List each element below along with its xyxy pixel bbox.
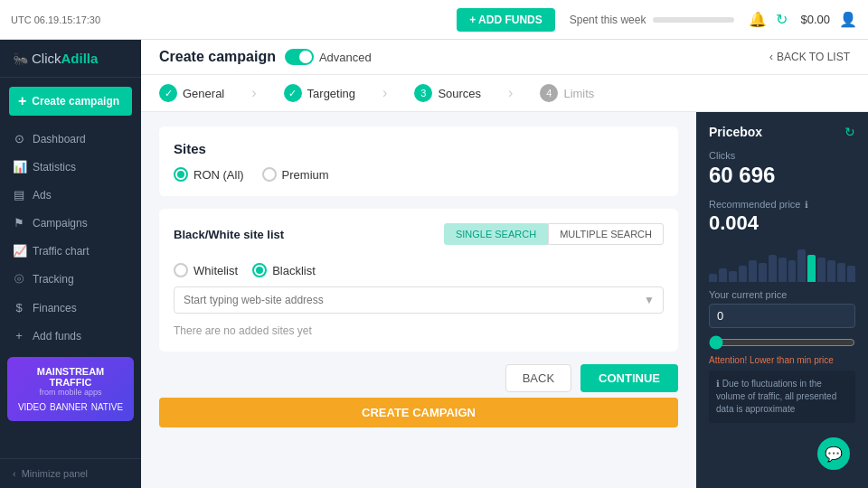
page-title: Create campaign (159, 49, 276, 65)
pricebox: Pricebox ↻ Clicks 60 696 Recommended pri… (696, 112, 868, 488)
minimize-panel-button[interactable]: ‹ Minimize panel (0, 458, 141, 488)
create-campaign-button[interactable]: Create campaign (9, 87, 132, 116)
banner-sub: from mobile apps (14, 388, 127, 397)
dropdown-arrow-icon: ▼ (644, 294, 655, 306)
premium-radio-circle (262, 167, 277, 182)
dashboard-icon: ⊙ (13, 132, 25, 145)
sidebar-label-traffic-chart: Traffic chart (33, 245, 90, 258)
no-sites-message: There are no added sites yet (174, 324, 664, 337)
chart-bar-6 (769, 255, 777, 282)
info-text: Due to fluctuations in the volume of tra… (716, 379, 836, 414)
blacklist-radio[interactable]: Blacklist (252, 263, 316, 277)
tracking-icon: ⦾ (13, 272, 25, 286)
site-search-input[interactable] (174, 286, 664, 314)
step-sep-2: › (382, 85, 387, 101)
create-campaign-submit-button[interactable]: CREATE CAMPAIGN (159, 398, 678, 427)
info-icon: ℹ (716, 379, 722, 389)
sites-title: Sites (174, 141, 664, 156)
user-icon[interactable]: 👤 (839, 11, 857, 28)
sidebar-item-ads[interactable]: ▤ Ads (0, 181, 141, 209)
clicks-value: 60 696 (709, 163, 855, 188)
toggle-thumb (299, 51, 312, 63)
refresh-icon[interactable]: ↻ (776, 11, 788, 28)
form-actions: BACK CONTINUE (159, 364, 678, 392)
chart-bar-12 (827, 260, 835, 282)
multiple-search-tab[interactable]: MULTIPLE SEARCH (548, 223, 664, 245)
recommended-price-section: Recommended price ℹ 0.004 (709, 199, 855, 235)
back-to-list-button[interactable]: ‹ BACK TO LIST (769, 51, 850, 63)
add-funds-button[interactable]: ADD FUNDS (457, 8, 555, 32)
premium-radio[interactable]: Premium (262, 167, 329, 182)
sidebar-item-finances[interactable]: $ Finances (0, 294, 141, 322)
logo-ant-icon: 🐜 (13, 52, 28, 66)
traffic-chart-icon: 📈 (13, 244, 25, 258)
whitelist-blacklist-group: Whitelist Blacklist (174, 263, 664, 277)
ron-radio[interactable]: RON (All) (174, 167, 244, 182)
banner-video-icon: VIDEO (18, 402, 46, 412)
chart-bar-2 (729, 271, 737, 282)
step-sources-icon: 3 (414, 84, 432, 102)
recommended-label-text: Recommended price (709, 199, 801, 210)
chart-bar-13 (837, 263, 845, 282)
sites-card: Sites RON (All) Premium (159, 127, 678, 196)
sidebar-item-tracking[interactable]: ⦾ Tracking (0, 265, 141, 294)
chart-bar-11 (817, 258, 826, 282)
finances-icon: $ (13, 301, 25, 314)
chart-bar-3 (739, 266, 747, 282)
blackwhite-title: Black/White site list (174, 228, 284, 241)
chart-bar-1 (719, 268, 727, 282)
recommended-value: 0.004 (709, 211, 855, 235)
chart-bar-0 (709, 274, 717, 282)
pricebox-refresh-icon[interactable]: ↻ (844, 125, 855, 139)
sidebar-label-tracking: Tracking (33, 273, 74, 286)
topbar-icons: 🔔 ↻ $0.00 👤 (749, 11, 857, 28)
sidebar-banner: MAINSTREAM TRAFFIC from mobile apps VIDE… (7, 357, 134, 421)
search-tabs: SINGLE SEARCH MULTIPLE SEARCH (444, 223, 664, 245)
sidebar-item-dashboard[interactable]: ⊙ Dashboard (0, 125, 141, 153)
your-price-input[interactable] (709, 304, 855, 328)
page-header-left: Create campaign Advanced (159, 49, 372, 65)
chat-button[interactable]: 💬 (817, 437, 850, 470)
step-targeting-label: Targeting (307, 87, 355, 100)
sidebar-label-dashboard: Dashboard (33, 133, 86, 145)
blackwhite-card: Black/White site list SINGLE SEARCH MULT… (159, 209, 678, 352)
ron-label: RON (All) (193, 168, 244, 182)
whitelist-radio-circle (174, 263, 188, 277)
blacklist-radio-circle (252, 263, 267, 277)
sidebar-item-statistics[interactable]: 📊 Statistics (0, 153, 141, 181)
step-sep-3: › (508, 85, 513, 101)
form-area: Sites RON (All) Premium (141, 112, 696, 488)
notification-icon[interactable]: 🔔 (749, 11, 767, 28)
chart-bar-9 (797, 249, 806, 282)
sidebar-item-traffic-chart[interactable]: 📈 Traffic chart (0, 237, 141, 265)
sidebar-label-finances: Finances (33, 302, 77, 314)
sidebar-label-ads: Ads (33, 189, 52, 202)
chart-bar-5 (759, 263, 767, 282)
whitelist-radio[interactable]: Whitelist (174, 263, 238, 277)
step-targeting[interactable]: ✓ Targeting (284, 84, 355, 102)
chart-bar-8 (788, 260, 797, 282)
single-search-tab[interactable]: SINGLE SEARCH (444, 223, 548, 245)
toggle-track[interactable] (285, 49, 314, 65)
recommended-info-icon: ℹ (805, 200, 808, 210)
sidebar-item-campaigns[interactable]: ⚑ Campaigns (0, 209, 141, 237)
step-general[interactable]: ✓ General (159, 84, 224, 102)
sidebar-label-statistics: Statistics (33, 161, 76, 174)
step-limits[interactable]: 4 Limits (540, 84, 594, 102)
spent-progress-bar (653, 17, 734, 23)
price-slider[interactable] (709, 335, 855, 350)
continue-button[interactable]: CONTINUE (580, 364, 678, 392)
statistics-icon: 📊 (13, 160, 25, 174)
page-body: Sites RON (All) Premium (141, 112, 868, 488)
add-funds-nav-icon: + (13, 329, 25, 343)
step-sources[interactable]: 3 Sources (414, 84, 481, 102)
banner-banner-icon: BANNER (50, 402, 88, 412)
minimize-label: Minimize panel (22, 468, 88, 479)
pricebox-header: Pricebox ↻ (709, 125, 855, 139)
premium-label: Premium (282, 168, 329, 182)
your-price-label: Your current price (709, 289, 855, 300)
step-targeting-icon: ✓ (284, 84, 302, 102)
advanced-toggle[interactable]: Advanced (285, 49, 372, 65)
sidebar-item-add-funds[interactable]: + Add funds (0, 322, 141, 350)
back-button[interactable]: BACK (505, 364, 571, 392)
